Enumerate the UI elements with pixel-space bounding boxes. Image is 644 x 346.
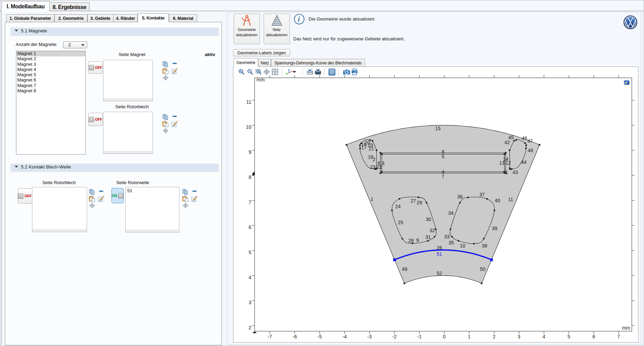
geometry-vertex [450, 229, 451, 230]
edge-number-label: 26 [437, 245, 442, 251]
paste-icon[interactable] [162, 121, 169, 127]
seite-rotorblech-toggle[interactable]: OFF [88, 113, 103, 126]
plot-thumbnail-button[interactable] [623, 80, 630, 86]
geometry-vertex [490, 258, 493, 261]
edge-number-label: 24 [395, 204, 401, 209]
remove-icon[interactable] [99, 190, 103, 192]
remove-icon[interactable] [172, 115, 177, 118]
magnet-list-item[interactable]: Magnet 4 [16, 67, 85, 72]
x-tick-label: -5 [318, 334, 322, 339]
toggle-indicator [89, 117, 94, 122]
kontakt-rotorwelle-toggle[interactable]: ON [111, 188, 124, 203]
gfx-tab-spannungs-dehnungs-kurve[interactable]: Spannungs-Dehnungs-Kurve des Blechmateri… [271, 59, 365, 67]
zoom-to-selection-icon[interactable] [163, 128, 169, 134]
edge-number-label: 34 [448, 210, 454, 216]
zoom-to-selection-icon[interactable] [89, 203, 95, 209]
seite-magnet-selection-list[interactable] [103, 60, 153, 101]
paste-icon[interactable] [162, 68, 169, 74]
clear-selection-icon[interactable] [191, 196, 198, 202]
seite-magnet-title: Seite Magnet [119, 52, 146, 57]
copy-icon[interactable] [162, 114, 168, 120]
magnet-list-item[interactable]: Magnet 8 [16, 88, 85, 94]
zoom-to-selection-icon[interactable] [183, 203, 188, 209]
toggle-indicator [89, 65, 94, 70]
gfx-tab-geometrie[interactable]: Geometrie [234, 58, 258, 67]
copy-icon[interactable] [89, 189, 95, 195]
tab-geometrie[interactable]: 2. Geometrie [54, 14, 87, 22]
label-line-1: Netz [273, 27, 281, 32]
toggle-indicator [18, 194, 23, 199]
clear-selection-icon[interactable] [171, 68, 178, 74]
tab-material[interactable]: 6. Material [169, 14, 197, 22]
remove-icon[interactable] [192, 190, 197, 192]
magnet-list-item[interactable]: Magnet 6 [16, 78, 85, 83]
geometry-plot[interactable]: 1234567891011121314151617181920212223242… [236, 74, 635, 339]
magnet-list-item[interactable]: Magnet 3 [16, 62, 85, 67]
tab-gebiete[interactable]: 3. Gebiete [87, 14, 114, 22]
geometry-vertex [393, 258, 396, 261]
toggle-state: OFF [95, 65, 102, 70]
kontakt-rotorblech-toggle[interactable]: OFF [18, 188, 32, 204]
geometry-vertex [483, 238, 484, 239]
geometry-vertex [486, 198, 488, 199]
x-tick-label: -7 [267, 334, 272, 339]
anzahl-der-magnete-select[interactable]: 2 [63, 41, 87, 48]
zoom-to-selection-icon[interactable] [163, 75, 169, 81]
paste-icon[interactable] [182, 196, 188, 202]
toggle-state: ON [112, 194, 117, 198]
y-tick-label: 2 [249, 325, 251, 330]
compass-icon [241, 14, 253, 27]
magnet-list-item[interactable]: Magnet 1 [16, 51, 85, 56]
kontakt-rotorblech-actions-toolbar [89, 188, 105, 209]
geometrie-aktualisieren-button[interactable]: Geometrieaktualisieren [234, 14, 260, 44]
geometrie-labels-zeigen-button[interactable]: Geometrie-Labels zeigen [233, 49, 290, 56]
geometry-vertex [524, 142, 526, 144]
y-tick-label: 3 [249, 300, 251, 305]
tab-raender[interactable]: 4. Ränder [113, 14, 138, 22]
svg-text:i: i [298, 15, 300, 23]
edge-number-label: 41 [503, 170, 508, 175]
tab-globale-parameter[interactable]: 1. Globale Parameter [6, 14, 55, 22]
section-header-kontakt[interactable]: 5.2 Kontakt Blech-Welle [10, 164, 219, 172]
tab-ergebnisse[interactable]: II. Ergebnisse [49, 2, 90, 11]
y-tick-label: 11 [246, 99, 251, 105]
copy-icon[interactable] [182, 189, 188, 195]
x-tick-label: 6 [592, 334, 595, 339]
geometry-vertex [509, 149, 510, 151]
magnet-list[interactable]: Magnet 1Magnet 2Magnet 3Magnet 4Magnet 5… [16, 51, 86, 155]
kontakt-rotorblech-selection-list[interactable] [32, 187, 87, 232]
geometry-vertex [458, 240, 459, 242]
seite-magnet-toggle[interactable]: OFF [88, 61, 103, 74]
edge-number-label: 3 [382, 160, 385, 166]
y-tick-label: 8 [249, 174, 251, 180]
clear-selection-icon[interactable] [171, 121, 178, 127]
seite-rotorblech-selection-list[interactable] [103, 112, 153, 154]
y-tick-label: 9 [249, 149, 251, 155]
clear-selection-icon[interactable] [98, 196, 104, 202]
geometrie-button-label: Geometrieaktualisieren [236, 27, 258, 38]
geometry-vertex [399, 198, 400, 199]
selection-entry[interactable]: 51 [126, 187, 179, 193]
seite-rotorblech-actions-toolbar [162, 113, 178, 134]
netz-aktualisieren-button[interactable]: Netzaktualisieren [264, 14, 290, 44]
section-header-magnete[interactable]: 5.1 Magnete [10, 27, 219, 36]
magnet-list-item[interactable]: Magnet 5 [16, 72, 85, 78]
copy-icon[interactable] [162, 61, 168, 67]
vw-logo [623, 15, 638, 30]
paste-icon[interactable] [89, 196, 95, 202]
magnet-list-item[interactable]: Magnet 2 [16, 56, 85, 62]
magnet-list-item[interactable]: Magnet 7 [16, 83, 85, 88]
edge-number-label: 30 [426, 217, 431, 222]
kontakt-rotorwelle-selection-list[interactable]: 51 [125, 187, 179, 233]
gfx-tab-netz[interactable]: Netz [258, 59, 271, 67]
netz-button-label: Netzaktualisieren [266, 27, 288, 38]
edge-number-label: 49 [402, 266, 408, 272]
edge-number-label: 23 [370, 164, 375, 170]
geometry-vertex [346, 144, 347, 146]
edge-number-label: 20 [365, 140, 370, 146]
unit-label-top: mm [257, 77, 265, 82]
tab-kontakte[interactable]: 5. Kontakte [138, 13, 169, 22]
edge-number-label: 42 [504, 140, 510, 145]
tab-modellaufbau[interactable]: I. Modellaufbau [1, 1, 50, 11]
remove-icon[interactable] [172, 62, 177, 65]
